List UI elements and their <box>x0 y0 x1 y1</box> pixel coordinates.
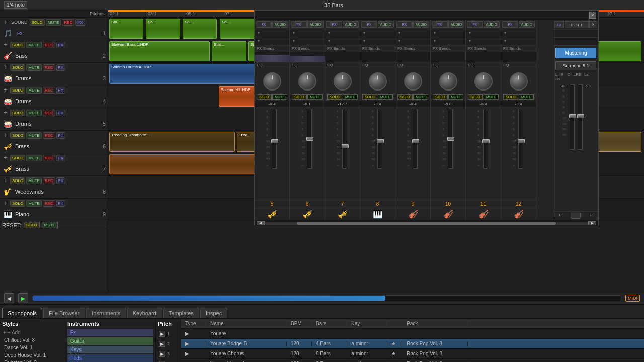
mute-btn-6[interactable]: MUTE <box>26 132 42 139</box>
styles-add-btn[interactable]: + + Add <box>2 329 63 336</box>
clip-1-1[interactable]: Sol... <box>109 19 143 39</box>
master-reset-btn[interactable]: RESET <box>565 21 589 28</box>
channel-selector-6b[interactable]: ▼ <box>290 37 325 45</box>
master-fader-handle-right[interactable] <box>577 114 584 118</box>
channel-selector-9b[interactable]: ▼ <box>395 37 430 45</box>
inst-tag-pads[interactable]: Pads <box>67 354 153 362</box>
channel-selector-12b[interactable]: ▼ <box>501 37 536 45</box>
fader-handle-9[interactable] <box>412 139 419 143</box>
rec-btn-1[interactable]: REC <box>62 19 74 26</box>
style-item-1[interactable]: Chillout Vol. 8 <box>2 336 63 344</box>
scroll-left-btn[interactable]: ◀ <box>257 221 265 225</box>
channel-selector-6[interactable]: ▼ <box>290 29 325 37</box>
pitch-play-3[interactable]: ▶ <box>159 351 165 357</box>
ch-solo-btn-8[interactable]: SOLO <box>362 94 377 100</box>
ch-mute-btn-5[interactable]: MUTE <box>272 94 287 100</box>
ch-solo-btn-5[interactable]: SOLO <box>257 94 272 100</box>
mute-btn-1[interactable]: MUTE <box>46 19 61 26</box>
mute-btn-9[interactable]: MUTE <box>26 200 42 207</box>
transport-position-bar[interactable] <box>32 295 621 301</box>
rewind-btn[interactable]: ◀ <box>4 293 14 303</box>
ch-mute-btn-7[interactable]: MUTE <box>343 94 358 100</box>
channel-selector-9[interactable]: ▼ <box>395 29 430 37</box>
clip-6-1[interactable]: Treading Trombone... <box>109 132 235 152</box>
ch-audio-btn-12[interactable]: AUDIO <box>519 21 535 28</box>
inst-tag-fx[interactable]: Fx <box>67 329 153 336</box>
rec-btn-7[interactable]: REC <box>43 155 55 161</box>
fader-handle-12[interactable] <box>518 139 525 143</box>
ch-solo-btn-11[interactable]: SOLO <box>468 94 483 100</box>
channel-knob-12[interactable] <box>510 72 528 90</box>
mute-reset-btn[interactable]: MUTE <box>42 222 58 228</box>
track-add-7[interactable]: + <box>2 154 9 161</box>
mixer-scrollbar[interactable]: ◀ ▶ <box>255 220 598 226</box>
channel-selector-8[interactable]: ▼ <box>360 29 395 37</box>
solo-btn-6[interactable]: SOLO <box>10 132 25 139</box>
fader-track-9[interactable] <box>413 109 418 169</box>
fx-btn-3[interactable]: FX <box>56 64 65 71</box>
channel-knob-8[interactable] <box>369 72 387 90</box>
track-add-9[interactable]: + <box>2 200 9 207</box>
ch-mute-btn-8[interactable]: MUTE <box>378 94 393 100</box>
rec-btn-2[interactable]: REC <box>43 42 55 48</box>
ch-fx-btn-12[interactable]: FX <box>502 21 518 28</box>
channel-knob-10[interactable] <box>439 72 457 90</box>
ch-fx-btn-9[interactable]: FX <box>396 21 413 28</box>
ch-audio-btn-6[interactable]: AUDIO <box>307 21 324 28</box>
browser-row-1[interactable]: ▶ Youare <box>181 329 644 339</box>
fader-handle-8[interactable] <box>377 139 384 143</box>
channel-knob-11[interactable] <box>474 72 493 90</box>
channel-eq-9[interactable]: EQ <box>395 62 430 68</box>
clip-2-1[interactable]: Stalwart Bass 1.HDP <box>109 41 210 61</box>
ch-audio-btn-8[interactable]: AUDIO <box>378 21 394 28</box>
track-add-4[interactable]: + <box>2 86 9 94</box>
fx-btn-6[interactable]: FX <box>56 132 65 139</box>
fx-btn-7[interactable]: FX <box>56 155 65 161</box>
fader-track-11[interactable] <box>483 109 488 169</box>
solo-btn-2[interactable]: SOLO <box>10 42 25 48</box>
fx-btn-4[interactable]: FX <box>56 87 65 94</box>
channel-selector-11b[interactable]: ▼ <box>466 37 501 45</box>
inst-tag-guitar[interactable]: Guitar <box>67 337 153 345</box>
row2-fav[interactable]: ★ <box>387 341 403 346</box>
channel-selector-11[interactable]: ▼ <box>466 29 501 37</box>
channel-selector-7[interactable]: ▼ <box>325 29 360 37</box>
tab-soundpools[interactable]: Soundpools <box>2 308 42 318</box>
ch-mute-btn-6[interactable]: MUTE <box>307 94 323 100</box>
channel-knob-7[interactable] <box>334 72 352 90</box>
master-fx-btn[interactable]: FX <box>554 21 564 28</box>
rec-btn-5[interactable]: REC <box>43 110 55 116</box>
ch-fx-btn-5[interactable]: FX <box>256 21 272 28</box>
track-add-5[interactable]: + <box>2 109 9 116</box>
master-fader-handle-left[interactable] <box>569 114 576 118</box>
solo-btn-4[interactable]: SOLO <box>10 87 25 94</box>
master-fader-right[interactable] <box>578 84 583 150</box>
ch-fx-btn-10[interactable]: FX <box>432 21 448 28</box>
fx-btn-8[interactable]: FX <box>56 177 65 184</box>
mute-btn-8[interactable]: MUTE <box>26 177 42 184</box>
rec-btn-3[interactable]: REC <box>43 64 55 71</box>
channel-selector-10[interactable]: ▼ <box>431 29 465 37</box>
mute-btn-2[interactable]: MUTE <box>26 42 42 48</box>
mute-btn-3[interactable]: MUTE <box>26 64 42 71</box>
rec-btn-4[interactable]: REC <box>43 87 55 94</box>
channel-knob-5[interactable] <box>263 72 281 90</box>
channel-selector-12[interactable]: ▼ <box>501 29 536 37</box>
solo-btn-9[interactable]: SOLO <box>10 200 25 207</box>
row3-fav[interactable]: ★ <box>387 351 403 356</box>
channel-eq-10[interactable]: EQ <box>431 62 465 68</box>
rec-btn-8[interactable]: REC <box>43 177 55 184</box>
channel-selector-8b[interactable]: ▼ <box>360 37 395 45</box>
channel-eq-11[interactable]: EQ <box>466 62 501 68</box>
channel-eq-6[interactable]: EQ <box>290 62 325 68</box>
ch-solo-btn-10[interactable]: SOLO <box>433 94 448 100</box>
track-add-3[interactable]: + <box>2 64 9 71</box>
fader-handle-6[interactable] <box>306 137 313 141</box>
master-fader-left[interactable] <box>570 84 575 150</box>
solo-btn-1[interactable]: SOLO <box>30 19 45 26</box>
fader-handle-10[interactable] <box>447 137 454 141</box>
clip-1-4[interactable]: Sol... <box>220 19 254 39</box>
fader-handle-5[interactable] <box>271 139 278 143</box>
fx-btn-2[interactable]: FX <box>56 42 65 48</box>
tab-file-browser[interactable]: File Browser <box>43 308 85 318</box>
